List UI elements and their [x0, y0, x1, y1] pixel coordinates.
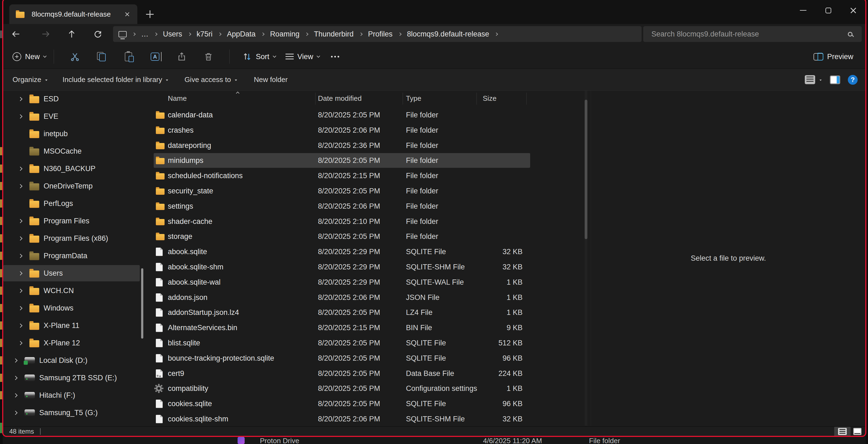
view-button[interactable]: View	[285, 53, 319, 61]
column-divider[interactable]	[476, 93, 477, 104]
table-row-datareporting[interactable]: datareporting8/20/2025 2:36 PMFile folde…	[154, 138, 530, 153]
row-type: SQLITE-SHM File	[406, 415, 480, 423]
file-explorer-window: 8locmqs9.default-release …Usersk75riAppD…	[3, 0, 866, 436]
explorer-tab[interactable]: 8locmqs9.default-release	[9, 4, 137, 24]
chevron-right-icon	[132, 32, 136, 36]
include-in-library-menu[interactable]: Include selected folder in library	[63, 75, 169, 84]
row-icon-cell	[154, 127, 168, 134]
file-list-scrollbar-thumb[interactable]	[585, 100, 587, 239]
give-access-menu[interactable]: Give access to	[184, 75, 238, 84]
column-divider[interactable]	[315, 93, 315, 104]
breadcrumb-item-roaming[interactable]: Roaming	[267, 29, 302, 39]
organize-menu[interactable]: Organize	[12, 75, 48, 84]
table-row-crashes[interactable]: crashes8/20/2025 2:06 PMFile folder	[154, 123, 530, 137]
minimize-button[interactable]	[790, 0, 816, 21]
table-row-addons-json[interactable]: addons.json8/20/2025 2:06 PMJSON File1 K…	[154, 290, 530, 305]
forward-button[interactable]	[39, 26, 53, 42]
sidebar-item-esd[interactable]: ESD	[3, 91, 140, 107]
breadcrumb-overflow[interactable]: …	[138, 29, 151, 39]
maximize-button[interactable]	[816, 0, 841, 21]
table-row-cookies-sqlite-shm[interactable]: cookies.sqlite-shm8/20/2025 2:06 PMSQLIT…	[154, 412, 530, 426]
close-button[interactable]	[841, 0, 866, 21]
row-date-modified: 8/20/2025 2:05 PM	[318, 111, 406, 119]
details-view-toggle[interactable]	[834, 427, 850, 436]
close-icon	[850, 7, 857, 14]
help-button[interactable]	[848, 75, 858, 85]
up-button[interactable]	[65, 26, 79, 42]
row-type: SQLITE File	[406, 400, 480, 408]
row-name: abook.sqlite-shm	[168, 263, 318, 271]
table-row-bounce-tracking-protection-sqlite[interactable]: bounce-tracking-protection.sqlite8/20/20…	[154, 351, 530, 366]
table-row-cookies-sqlite[interactable]: cookies.sqlite8/20/2025 2:05 PMSQLITE Fi…	[154, 396, 530, 411]
folder-icon	[29, 96, 39, 103]
column-divider[interactable]	[403, 93, 403, 104]
row-icon-cell	[154, 400, 168, 408]
breadcrumb-item-users[interactable]: Users	[160, 29, 185, 39]
row-icon-cell	[154, 203, 168, 210]
cut-button[interactable]	[64, 48, 86, 65]
breadcrumb-item-profiles[interactable]: Profiles	[365, 29, 395, 39]
paste-button[interactable]	[118, 48, 139, 65]
table-row-compatibility[interactable]: compatibility8/20/2025 2:05 PMConfigurat…	[154, 381, 530, 396]
new-button[interactable]: New	[12, 52, 46, 61]
share-button[interactable]	[171, 48, 192, 65]
table-row-settings[interactable]: settings8/20/2025 2:06 PMFile folder	[154, 199, 530, 214]
table-row-blist-sqlite[interactable]: blist.sqlite8/20/2025 2:05 PMSQLITE File…	[154, 336, 530, 350]
row-date-modified: 8/20/2025 2:29 PM	[318, 278, 406, 287]
row-date-modified: 8/20/2025 2:10 PM	[318, 217, 406, 226]
table-row-addonstartup-json-lz4[interactable]: addonStartup.json.lz48/20/2025 2:05 PMLZ…	[154, 305, 530, 320]
this-pc-icon[interactable]	[119, 31, 127, 37]
table-row-calendar-data[interactable]: calendar-data8/20/2025 2:05 PMFile folde…	[154, 107, 530, 122]
breadcrumb-item-k75ri[interactable]: k75ri	[194, 29, 216, 39]
preview-toggle-button[interactable]: Preview	[813, 53, 853, 61]
column-header-type[interactable]: Type	[406, 94, 480, 103]
search-input[interactable]	[643, 30, 848, 38]
chevron-right-icon[interactable]	[15, 97, 25, 100]
row-name: minidumps	[168, 156, 318, 165]
sort-button[interactable]: Sort	[242, 52, 276, 62]
delete-button[interactable]	[198, 48, 219, 65]
table-row-security-state[interactable]: security_state8/20/2025 2:05 PMFile fold…	[154, 184, 530, 198]
column-header-name[interactable]: Name	[168, 94, 318, 103]
row-size: 32 KB	[480, 248, 530, 256]
row-type: File folder	[406, 141, 480, 150]
row-name: crashes	[168, 126, 318, 134]
refresh-button[interactable]	[91, 26, 105, 42]
breadcrumb-item-thunderbird[interactable]: Thunderbird	[311, 29, 356, 39]
column-headers: Name Date modified Type Size	[154, 91, 530, 106]
large-icons-view-toggle[interactable]	[853, 428, 862, 435]
column-header-date-modified[interactable]: Date modified	[318, 94, 406, 103]
table-row-scheduled-notifications[interactable]: scheduled-notifications8/20/2025 2:15 PM…	[154, 168, 530, 183]
row-name: cookies.sqlite	[168, 400, 318, 408]
table-row-storage[interactable]: storage8/20/2025 2:05 PMFile folder	[154, 229, 530, 244]
file-icon	[156, 278, 163, 287]
tab-close-icon[interactable]	[125, 12, 130, 17]
breadcrumb-item-appdata[interactable]: AppData	[224, 29, 258, 39]
new-folder-button[interactable]: New folder	[254, 75, 288, 84]
copy-button[interactable]	[91, 48, 112, 65]
change-view-button[interactable]	[805, 75, 822, 84]
more-options-button[interactable]	[331, 56, 339, 58]
breadcrumb-item-8locmqs9-default-release[interactable]: 8locmqs9.default-release	[404, 29, 492, 39]
row-type: LZ4 File	[406, 308, 480, 317]
rename-button[interactable]	[145, 48, 166, 65]
file-list: calendar-data8/20/2025 2:05 PMFile folde…	[3, 107, 585, 426]
file-icon	[156, 339, 163, 347]
table-row-abook-sqlite-wal[interactable]: abook.sqlite-wal8/20/2025 2:29 PMSQLITE-…	[154, 275, 530, 290]
file-icon	[156, 293, 163, 302]
column-divider[interactable]	[526, 93, 527, 104]
preview-pane-toggle-icon[interactable]	[830, 75, 840, 84]
table-row-minidumps[interactable]: minidumps8/20/2025 2:05 PMFile folder	[154, 153, 530, 168]
table-row-abook-sqlite-shm[interactable]: abook.sqlite-shm8/20/2025 2:29 PMSQLITE-…	[154, 260, 530, 274]
minimize-icon	[800, 10, 806, 11]
column-header-size[interactable]: Size	[480, 94, 530, 103]
back-button[interactable]	[9, 26, 23, 42]
table-row-cert9[interactable]: cert98/20/2025 2:05 PMData Base File224 …	[154, 366, 530, 381]
background-window-folder-slivers	[0, 147, 2, 401]
table-row-shader-cache[interactable]: shader-cache8/20/2025 2:10 PMFile folder	[154, 214, 530, 229]
row-type: File folder	[406, 156, 480, 165]
chevron-right-icon	[398, 32, 402, 36]
folder-icon	[156, 158, 164, 164]
table-row-abook-sqlite[interactable]: abook.sqlite8/20/2025 2:29 PMSQLITE File…	[154, 244, 530, 259]
table-row-alternateservices-bin[interactable]: AlternateServices.bin8/20/2025 2:15 PMBI…	[154, 320, 530, 335]
